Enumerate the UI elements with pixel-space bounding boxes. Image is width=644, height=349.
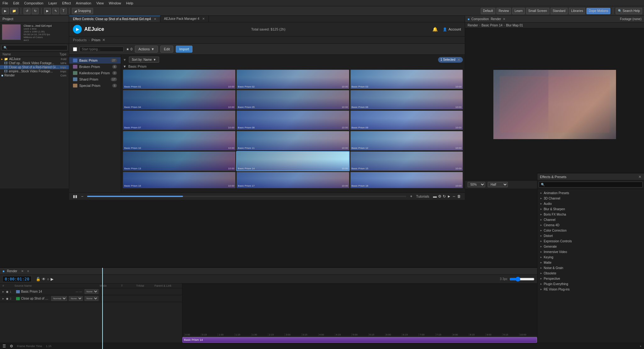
- preview-progress[interactable]: [87, 196, 406, 197]
- effects-search-input[interactable]: [539, 182, 643, 188]
- timeline-eye-icon[interactable]: 👁: [42, 277, 46, 281]
- zoom-dropdown[interactable]: 50% 100% 25%: [468, 182, 485, 187]
- list-item[interactable]: 🎞 Close up Shot of a Red-Haired Girl.mp4…: [0, 65, 69, 69]
- thumb-basic-prism-16[interactable]: Basic Prism 16 10:00: [123, 172, 236, 188]
- effect-cat-immersive[interactable]: ► Immersive Video: [537, 249, 644, 255]
- effect-cat-revision[interactable]: ► RE Vision Plug-ins: [537, 287, 644, 292]
- effect-cat-animation[interactable]: ► Animation Presets: [537, 190, 644, 196]
- next-button[interactable]: +: [410, 194, 412, 199]
- sort-dropdown[interactable]: Sort by: Name ▼: [129, 57, 159, 63]
- list-item[interactable]: 🎞 empire...Stock Video Footage... Impc: [0, 69, 69, 73]
- effect-cat-audio[interactable]: ► Audio: [537, 201, 644, 206]
- menu-help[interactable]: Help: [126, 1, 133, 5]
- tab-aejuice[interactable]: AEJuice Pack Manager 4 ✕: [160, 16, 209, 22]
- list-item[interactable]: ▸ 📁 AEJuice Fold: [0, 57, 69, 61]
- breadcrumb-basic-prism[interactable]: Basic Prism 14: [481, 24, 502, 27]
- effects-close-button[interactable]: ✕: [638, 175, 641, 179]
- effect-cat-generate[interactable]: ► Generate: [537, 244, 644, 249]
- effect-cat-keying[interactable]: ► Keying: [537, 255, 644, 260]
- track-mode-dropdown-2[interactable]: Normal: [51, 296, 67, 301]
- tutorials-label[interactable]: Tutorials: [416, 194, 429, 198]
- thumb-basic-prism-17[interactable]: Basic Prism 17 10:00: [236, 172, 349, 188]
- workspace-default[interactable]: Default: [481, 8, 495, 14]
- filter-input[interactable]: [80, 47, 124, 52]
- quality-dropdown[interactable]: Half Full Quarter: [488, 182, 508, 187]
- prev-button[interactable]: −: [81, 194, 83, 199]
- sidebar-item-broken-prism[interactable]: Broken Prism 6: [69, 64, 121, 70]
- effect-cat-noise[interactable]: ► Noise & Grain: [537, 265, 644, 271]
- nav-prism[interactable]: Prism: [92, 38, 100, 42]
- effect-cat-channel[interactable]: ► Channel: [537, 217, 644, 222]
- effect-cat-distort[interactable]: ► Distort: [537, 233, 644, 239]
- share-button[interactable]: ►: [447, 194, 451, 199]
- timeline-lock-icon[interactable]: 🔓: [36, 277, 41, 281]
- thumb-basic-prism-10[interactable]: Basic Prism 10 10:00: [123, 131, 236, 150]
- comp-close-icon[interactable]: ✕: [503, 17, 505, 21]
- status-home-icon[interactable]: ☰: [3, 344, 6, 348]
- timeline-play-icon[interactable]: ▶: [51, 277, 53, 281]
- track-toggle-2[interactable]: ►: [2, 297, 5, 300]
- sync-button[interactable]: ↔: [452, 194, 456, 199]
- track-toggle-1[interactable]: ►: [2, 290, 5, 293]
- grid-view-button[interactable]: ▬: [433, 194, 437, 199]
- close-tab-icon[interactable]: ✕: [154, 17, 156, 21]
- toolbar-new[interactable]: ▶: [2, 8, 9, 14]
- menu-view[interactable]: View: [96, 1, 104, 5]
- timeline-solo-icon[interactable]: ○: [47, 277, 49, 281]
- effect-cat-3d[interactable]: ► 3D Channel: [537, 196, 644, 201]
- workspace-review[interactable]: Review: [497, 8, 511, 14]
- workspace-small-screen[interactable]: Small Screen: [526, 8, 549, 14]
- thumb-basic-prism-01[interactable]: Basic Prism 01 10:00: [123, 70, 236, 89]
- play-pause-button[interactable]: ▮▮: [73, 194, 77, 199]
- sidebar-item-special-prism[interactable]: Special Prism 5: [69, 82, 121, 89]
- toolbar-redo[interactable]: ↻: [32, 8, 39, 14]
- menu-window[interactable]: Window: [109, 1, 121, 5]
- timeline-options[interactable]: ≡: [27, 269, 29, 273]
- thumb-basic-prism-13[interactable]: Basic Prism 13 10:00: [123, 151, 236, 171]
- timeline-zoom-slider[interactable]: [509, 277, 535, 282]
- thumb-basic-prism-02[interactable]: Basic Prism 02 10:00: [236, 70, 349, 89]
- list-item[interactable]: 🎞 Chef op...Stock Video Footage... MP4: [0, 61, 69, 65]
- track-parent-dropdown-1[interactable]: None: [85, 289, 98, 294]
- track-parent-dropdown-2[interactable]: None: [85, 296, 98, 301]
- effect-cat-blur[interactable]: ► Blur & Sharpen: [537, 206, 644, 212]
- clip-basic-prism-14[interactable]: Basic Prism 14: [182, 337, 537, 343]
- thumb-basic-prism-12[interactable]: Basic Prism 12 10:00: [350, 131, 463, 150]
- track-matte-dropdown-2[interactable]: None: [69, 296, 83, 301]
- thumb-basic-prism-09[interactable]: Basic Prism 09 10:00: [350, 110, 463, 130]
- effect-cat-obsolete[interactable]: ► Obsolete: [537, 271, 644, 276]
- thumb-basic-prism-08[interactable]: Basic Prism 08 10:00: [236, 110, 349, 130]
- tab-effect-controls[interactable]: Effect Controls: Close up Shot of a Red-…: [69, 16, 160, 22]
- close-nav-button[interactable]: ✕: [102, 38, 105, 42]
- status-settings-icon[interactable]: ⚙: [10, 344, 13, 348]
- toolbar-text[interactable]: T: [60, 8, 67, 14]
- project-search-input[interactable]: [1, 45, 68, 50]
- effect-cat-perspective[interactable]: ► Perspective: [537, 276, 644, 281]
- account-button[interactable]: 👤 Account: [443, 27, 461, 31]
- toolbar-select[interactable]: ▶: [44, 8, 51, 14]
- workspace-standard[interactable]: Standard: [551, 8, 568, 14]
- effect-cat-cinema4d[interactable]: ► Cinema 4D: [537, 222, 644, 228]
- toolbar-open[interactable]: 📁: [10, 8, 18, 14]
- options-button[interactable]: ⚙: [438, 194, 441, 199]
- clear-selection-button[interactable]: ✕: [457, 58, 460, 62]
- delete-button[interactable]: 🗑: [457, 194, 461, 199]
- sidebar-item-shard-prism[interactable]: Shard Prism 17: [69, 76, 121, 82]
- bell-icon[interactable]: 🔔: [432, 27, 438, 32]
- effect-cat-matte[interactable]: ► Matte: [537, 260, 644, 265]
- sidebar-item-basic-prism[interactable]: Basic Prism 27: [69, 57, 121, 64]
- effect-cat-plugin-everything[interactable]: ► Plugin Everything: [537, 281, 644, 287]
- workspace-dope-motions[interactable]: Dope Motions: [586, 8, 610, 14]
- select-all-checkbox[interactable]: [73, 47, 77, 51]
- list-item[interactable]: ■ Render Com: [0, 73, 69, 77]
- workspace-libraries[interactable]: Libraries: [569, 8, 585, 14]
- effect-cat-color[interactable]: ► Color Correction: [537, 228, 644, 233]
- menu-composition[interactable]: Composition: [24, 1, 43, 5]
- toolbar-snapping[interactable]: ◢ Snapping: [72, 8, 93, 14]
- nav-products[interactable]: Products: [73, 38, 86, 42]
- section-arrow[interactable]: ▼: [123, 65, 126, 68]
- effect-cat-expression[interactable]: ► Expression Controls: [537, 239, 644, 244]
- thumb-basic-prism-11[interactable]: Basic Prism 11 10:00: [236, 131, 349, 150]
- workspace-learn[interactable]: Learn: [512, 8, 525, 14]
- loop-button[interactable]: ↻: [443, 194, 446, 199]
